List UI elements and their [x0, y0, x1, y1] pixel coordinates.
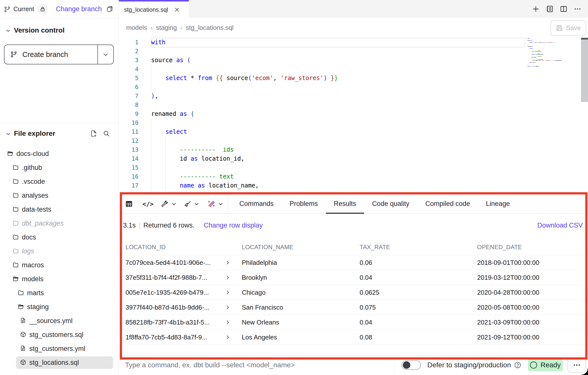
- chevron-down-icon: [5, 28, 11, 33]
- change-branch-link[interactable]: Change branch: [56, 0, 102, 18]
- download-csv-link[interactable]: Download CSV: [537, 220, 583, 230]
- cell-opened_date: 2019-03-12T00:00:00: [477, 270, 539, 285]
- tree-item-logs[interactable]: logs: [0, 244, 118, 258]
- expand-row-chevron-icon[interactable]: [225, 320, 230, 325]
- tree-item-label: marts: [27, 286, 44, 300]
- file-file-icon: [20, 345, 26, 351]
- command-input[interactable]: Type a command, ex. dbt build --select <…: [125, 356, 295, 375]
- ready-circle-icon: [530, 362, 537, 369]
- scrollbar-thumb[interactable]: [581, 38, 588, 102]
- tree-item-analyses[interactable]: analyses: [0, 188, 118, 202]
- create-branch-main[interactable]: Create branch: [4, 45, 97, 64]
- copy-icon[interactable]: [106, 6, 113, 12]
- code-editor[interactable]: 1with23source as (45 select * from {{ so…: [119, 37, 588, 194]
- minimap[interactable]: with source as ( select * from {{ source…: [527, 38, 581, 194]
- breadcrumb-item[interactable]: staging: [156, 24, 177, 31]
- toggle-knob: [403, 361, 410, 369]
- cell-location_id: 3977f440-b87d-461b-9dd6-...: [126, 300, 210, 315]
- magic-wand-icon[interactable]: [207, 194, 215, 213]
- chevron-down-icon[interactable]: [194, 194, 199, 213]
- expand-row-chevron-icon[interactable]: [225, 305, 230, 310]
- results-status-row: 3.1s|Returned 6 rows. Change row display…: [119, 220, 588, 230]
- broom-icon[interactable]: [184, 194, 192, 213]
- tree-item-label: staging: [27, 300, 49, 314]
- line-content: [138, 100, 151, 109]
- version-control-title: Version control: [14, 26, 65, 35]
- line-number: 2: [119, 47, 138, 56]
- line-number: 10: [119, 118, 138, 127]
- tree-item-models[interactable]: models: [0, 272, 118, 286]
- tree-item-docs[interactable]: docs: [0, 230, 118, 244]
- model-file-icon: [20, 359, 26, 366]
- panel-tab-commands[interactable]: Commands: [231, 194, 282, 214]
- line-content: source as (: [138, 56, 191, 65]
- cell-tax_rate: 0.075: [360, 300, 376, 315]
- cell-location_id: 37e5f311-b7f4-4f2f-988b-7...: [126, 270, 207, 285]
- tree-item-marts[interactable]: marts: [0, 286, 118, 300]
- sidebar: Current Change branch Version control: [0, 0, 119, 375]
- line-content: name as location_name,: [138, 181, 259, 190]
- new-file-icon[interactable]: [90, 130, 97, 137]
- create-branch-dropdown[interactable]: [97, 45, 113, 64]
- panel-tab-compiled-code[interactable]: Compiled code: [417, 194, 478, 214]
- breadcrumb-item[interactable]: stg_locations.sql: [186, 24, 234, 31]
- tree-item--sources-yml[interactable]: __sources.yml: [0, 314, 118, 328]
- folder-open-icon: [12, 276, 19, 282]
- expand-row-chevron-icon[interactable]: [225, 260, 230, 265]
- code-icon[interactable]: </>: [142, 194, 154, 213]
- panel-tab-results[interactable]: Results: [326, 194, 364, 214]
- line-number: 4: [119, 65, 138, 74]
- breadcrumb-item[interactable]: models: [126, 24, 147, 31]
- line-number: 16: [119, 172, 138, 181]
- tree-item-dbt-packages[interactable]: dbt_packages: [0, 216, 118, 230]
- defer-toggle[interactable]: [402, 360, 421, 370]
- panel-tab-problems[interactable]: Problems: [282, 194, 326, 214]
- change-row-display-link[interactable]: Change row display: [204, 220, 263, 230]
- expand-row-chevron-icon[interactable]: [225, 334, 230, 340]
- wrench-icon[interactable]: [160, 194, 168, 213]
- tree-item-staging[interactable]: staging: [0, 300, 118, 314]
- panel-tab-lineage[interactable]: Lineage: [478, 194, 518, 214]
- save-button[interactable]: Save: [550, 20, 586, 36]
- tab-stg-locations[interactable]: stg_locations.sql: [119, 0, 189, 18]
- cell-location_name: Brooklyn: [242, 270, 267, 285]
- cell-opened_date: 2021-03-09T00:00:00: [477, 315, 539, 330]
- code-lines: 1with23source as (45 select * from {{ so…: [119, 38, 525, 190]
- chevron-down-icon[interactable]: [171, 194, 177, 213]
- editor-scrollbar[interactable]: [581, 37, 588, 194]
- line-number: 17: [119, 181, 138, 190]
- tree-item-data-tests[interactable]: data-tests: [0, 202, 118, 216]
- split-editor-icon[interactable]: [560, 5, 568, 13]
- tree-item-macros[interactable]: macros: [0, 258, 118, 272]
- tree-item-stg-locations-sql[interactable]: stg_locations.sql: [0, 356, 118, 370]
- tree-item-docs-cloud[interactable]: docs-cloud: [0, 147, 118, 161]
- search-icon[interactable]: [103, 130, 110, 137]
- table-row: 37e5f311-b7f4-4f2f-988b-7...Brooklyn0.04…: [119, 270, 588, 285]
- file-explorer-header[interactable]: File explorer: [0, 129, 118, 138]
- expand-row-chevron-icon[interactable]: [225, 290, 230, 295]
- cell-location_name: San Francisco: [242, 300, 283, 315]
- folder-icon: [12, 192, 19, 198]
- ellipsis-icon[interactable]: [574, 5, 582, 13]
- line-content: with: [138, 38, 166, 47]
- save-label: Save: [566, 24, 581, 32]
- question-circle-icon[interactable]: [514, 361, 521, 369]
- chevron-down-icon[interactable]: [218, 194, 223, 213]
- tree-item-stg-customers-sql[interactable]: stg_customers.sql: [0, 328, 118, 342]
- new-tab-plus-icon[interactable]: [532, 5, 540, 13]
- panel-tab-code-quality[interactable]: Code quality: [364, 194, 417, 214]
- tree-item-label: stg_customers.yml: [29, 342, 85, 356]
- command-bar-menu-button[interactable]: [567, 357, 586, 373]
- tree-item-label: analyses: [22, 188, 48, 202]
- tree-item-label: data-tests: [22, 202, 51, 216]
- results-table-icon[interactable]: [125, 194, 133, 213]
- column-header-location_id: LOCATION_ID: [126, 241, 166, 254]
- close-icon[interactable]: [174, 7, 180, 13]
- expand-row-chevron-icon[interactable]: [225, 275, 230, 280]
- tree-item--github[interactable]: .github: [0, 161, 118, 175]
- tree-item--vscode[interactable]: .vscode: [0, 175, 118, 188]
- notebook-icon[interactable]: [546, 5, 554, 13]
- version-control-header[interactable]: Version control: [0, 26, 118, 35]
- tree-item-stg-customers-yml[interactable]: stg_customers.yml: [0, 342, 118, 356]
- line-content: [138, 118, 151, 127]
